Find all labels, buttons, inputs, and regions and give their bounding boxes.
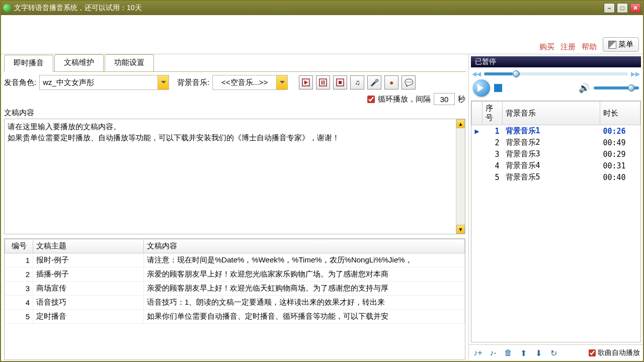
voice-input[interactable] <box>39 75 158 90</box>
loop-checkbox[interactable] <box>367 96 375 103</box>
big-stop-button[interactable] <box>494 84 502 92</box>
list-item[interactable]: 3 背景音乐3 00:29 <box>472 148 640 160</box>
col-bgm[interactable]: 背景音乐 <box>503 102 600 125</box>
seek-prev-icon[interactable]: ◀◀ <box>472 70 481 77</box>
move-down-icon[interactable]: ⬇ <box>532 347 544 359</box>
volume-icon[interactable]: 🔊 <box>579 82 590 94</box>
voice-dropdown-button[interactable] <box>158 75 169 90</box>
svg-rect-4 <box>324 80 325 84</box>
list-item[interactable]: 4 背景音乐4 00:31 <box>472 160 640 171</box>
menu-button[interactable]: 菜单 <box>603 37 639 52</box>
play-marker-icon <box>472 148 482 160</box>
close-button[interactable]: ✕ <box>630 3 641 13</box>
col-playmark <box>472 102 482 125</box>
cell-topic: 定时播音 <box>33 310 144 324</box>
cell-content: 亲爱的顾客朋友早上好！欢迎光临天虹购物商场。为了感谢您的支持与厚 <box>144 282 465 296</box>
col-topic[interactable]: 文稿主题 <box>33 239 144 253</box>
docs-table: 编号 文稿主题 文稿内容 1 报时-例子 请注意：现在时间是%Date%，%We… <box>4 238 465 360</box>
editor-text[interactable]: 请在这里输入要播放的文稿内容。 如果贵单位需要定时播放、自动播放等功能，可以下载… <box>5 119 465 145</box>
bgm-dropdown-button[interactable] <box>277 75 288 90</box>
scroll-up-icon[interactable]: ▲ <box>456 119 465 128</box>
chat-icon[interactable]: 💬 <box>401 75 416 89</box>
register-link[interactable]: 注册 <box>560 42 576 52</box>
cell-topic: 语音技巧 <box>33 296 144 310</box>
col-content[interactable]: 文稿内容 <box>144 239 465 253</box>
music-note-icon[interactable]: ♫ <box>350 75 364 89</box>
cell-content: 请注意：现在时间是%Date%，%Week%，%Time%，农历%NongLi%… <box>144 253 465 267</box>
play-button[interactable] <box>299 75 313 89</box>
cell-num: 3 <box>5 282 33 296</box>
cell-num: 4 <box>5 296 33 310</box>
cell-idx: 1 <box>482 125 503 137</box>
volume-bar[interactable] <box>594 86 639 89</box>
minimize-button[interactable]: － <box>604 3 615 13</box>
auto-play-checkbox[interactable] <box>589 349 596 356</box>
tabs: 即时播音 文稿维护 功能设置 <box>3 54 466 71</box>
cell-dur: 00:49 <box>600 137 640 148</box>
record-icon[interactable]: ● <box>384 75 398 89</box>
bgm-combo[interactable] <box>212 75 288 90</box>
editor[interactable]: 请在这里输入要播放的文稿内容。 如果贵单位需要定时播放、自动播放等功能，可以下载… <box>4 119 465 234</box>
table-row[interactable]: 5 定时播音 如果你们单位需要自动播音、定时播音、循环播音等功能，可以下载并安 <box>5 310 465 324</box>
list-item[interactable]: ▶ 1 背景音乐1 00:26 <box>472 125 640 137</box>
list-item[interactable]: 2 背景音乐2 00:49 <box>472 137 640 148</box>
cell-dur: 00:26 <box>600 125 640 137</box>
play-marker-icon <box>472 137 482 148</box>
cell-num: 1 <box>5 253 33 267</box>
refresh-icon[interactable]: ↻ <box>547 347 559 359</box>
voice-label: 发音角色: <box>4 78 36 87</box>
maximize-button[interactable]: □ <box>617 3 628 13</box>
table-row[interactable]: 1 报时-例子 请注意：现在时间是%Date%，%Week%，%Time%，农历… <box>5 253 465 267</box>
cell-dur: 00:31 <box>600 160 640 171</box>
buy-link[interactable]: 购买 <box>539 42 554 52</box>
scroll-down-icon[interactable]: ▼ <box>456 225 465 234</box>
move-up-icon[interactable]: ⬆ <box>517 347 529 359</box>
cell-num: 2 <box>5 267 33 282</box>
edit-icon <box>608 41 616 49</box>
table-row[interactable]: 4 语音技巧 语音技巧：1、朗读的文稿一定要通顺，这样读出来的效果才好，转出来 <box>5 296 465 310</box>
svg-rect-6 <box>339 81 342 84</box>
cell-topic: 插播-例子 <box>33 267 144 282</box>
cell-idx: 3 <box>482 148 503 160</box>
mic-icon[interactable]: 🎤 <box>367 75 381 89</box>
col-num[interactable]: 编号 <box>5 239 33 253</box>
remove-music-icon[interactable]: ♪- <box>487 347 499 359</box>
seek-bar[interactable] <box>484 72 628 75</box>
tab-docs[interactable]: 文稿维护 <box>54 54 104 71</box>
svg-rect-2 <box>319 79 327 86</box>
content: 即时播音 文稿维护 功能设置 发音角色: 背景音乐: ♫ <box>1 54 643 361</box>
auto-play-toggle[interactable]: 歌曲自动播放 <box>589 348 640 357</box>
tab-settings[interactable]: 功能设置 <box>105 54 154 71</box>
col-dur[interactable]: 时长 <box>600 102 640 125</box>
big-play-button[interactable] <box>473 79 490 97</box>
col-seq[interactable]: 序号 <box>482 102 503 125</box>
cell-dur: 00:29 <box>600 148 640 160</box>
voice-combo[interactable] <box>39 75 169 90</box>
table-row[interactable]: 3 商场宣传 亲爱的顾客朋友早上好！欢迎光临天虹购物商场。为了感谢您的支持与厚 <box>5 282 465 296</box>
stop-button[interactable] <box>333 75 347 89</box>
editor-scrollbar[interactable]: ▲ ▼ <box>456 119 465 234</box>
help-link[interactable]: 帮助 <box>582 42 597 52</box>
top-toolbar: 购买 注册 帮助 菜单 <box>1 15 643 54</box>
add-music-icon[interactable]: ♪+ <box>472 347 484 359</box>
loop-label2: 秒 <box>458 95 465 104</box>
window-title: 文字转语音播音系统，还可以试用：10天 <box>14 4 604 13</box>
seek-knob[interactable] <box>513 70 520 77</box>
seek-next-icon[interactable]: ▶▶ <box>631 70 640 77</box>
bgm-input[interactable] <box>212 75 277 90</box>
loop-interval-input[interactable] <box>434 93 455 105</box>
cell-idx: 4 <box>482 160 503 171</box>
pause-button[interactable] <box>316 75 330 89</box>
cell-name: 背景音乐1 <box>503 125 600 137</box>
cell-name: 背景音乐5 <box>503 171 600 183</box>
delete-icon[interactable]: 🗑 <box>502 347 514 359</box>
play-marker-icon <box>472 160 482 171</box>
cell-name: 背景音乐3 <box>503 148 600 160</box>
table-row[interactable]: 2 插播-例子 亲爱的顾客朋友早上好！欢迎您光临家家乐购物广场。为了感谢您对本商 <box>5 267 465 282</box>
app-icon <box>3 4 11 12</box>
tab-instant[interactable]: 即时播音 <box>4 55 53 72</box>
seek-row: ◀◀ ▶▶ <box>469 67 643 77</box>
list-item[interactable]: 5 背景音乐5 00:40 <box>472 171 640 183</box>
volume-knob[interactable] <box>628 84 635 92</box>
cell-dur: 00:40 <box>600 171 640 183</box>
